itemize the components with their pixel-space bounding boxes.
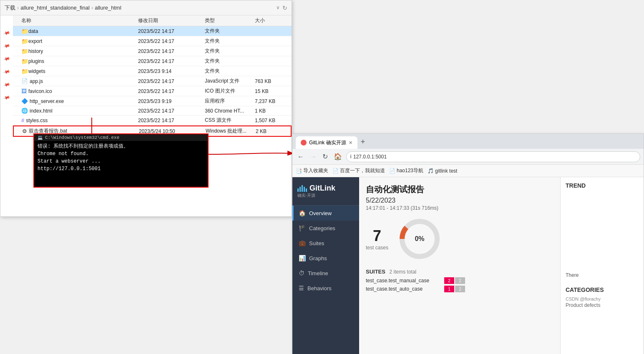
nav-overview-label: Overview <box>309 210 332 216</box>
nav-timeline-label: Timeline <box>308 270 328 276</box>
nav-categories[interactable]: 🏴 Categories <box>292 221 359 236</box>
breadcrumb-expand[interactable]: ∨ <box>276 5 280 11</box>
file-name: app.js <box>30 78 43 84</box>
bookmark-icon-3: 📄 <box>389 168 395 174</box>
bat-icon: ⚙ <box>22 128 27 134</box>
folder-icon: 📁 <box>21 58 28 65</box>
bookmark-import[interactable]: 📑 导入收藏夹 <box>296 167 328 174</box>
col-size[interactable]: 大小 <box>255 17 288 24</box>
tab-title: GitLink 确实开源 <box>309 139 346 146</box>
file-date: 2023/5/23 9:19 <box>138 98 205 104</box>
table-row[interactable]: 📄 app.js 2023/5/22 14:17 JavaScript 文件 7… <box>13 76 292 86</box>
test-count: 7 test cases <box>366 227 388 251</box>
suites-section: SUITES 2 items total test_case.test_manu… <box>366 269 553 292</box>
table-row[interactable]: 📁 widgets 2023/5/23 9:14 文件夹 <box>13 66 292 76</box>
table-row[interactable]: 🔷 http_server.exe 2023/5/23 9:19 应用程序 7,… <box>13 96 292 106</box>
allure-sidebar: GitLink 确实·开源 🏠 Overview 🏴 Categories 💼 … <box>292 177 359 354</box>
file-type: 应用程序 <box>205 98 255 105</box>
file-date: 2023/5/22 14:17 <box>138 58 205 64</box>
suite-bar-red-2: 1 <box>444 286 454 292</box>
cmd-line-1: 错误: 系统找不到指定的注册表项或值。 <box>38 143 204 150</box>
tab-close-button[interactable]: ✕ <box>349 140 352 146</box>
file-date: 2023/5/23 9:14 <box>138 68 205 74</box>
bookmark-icon: 📑 <box>296 168 302 174</box>
col-type[interactable]: 类型 <box>205 17 255 24</box>
table-row[interactable]: 📁 data 2023/5/22 14:17 文件夹 <box>13 26 292 36</box>
breadcrumb-item[interactable]: 下载 <box>5 4 15 12</box>
file-type: 360 Chrome HT... <box>205 108 255 114</box>
new-tab-button[interactable]: + <box>357 136 369 148</box>
breadcrumb-refresh[interactable]: ↻ <box>282 5 287 11</box>
folder-icon: 📁 <box>21 48 28 55</box>
bookmark-icon-2: 📄 <box>332 168 339 174</box>
file-list: 📁 data 2023/5/22 14:17 文件夹 📁 export 2023… <box>13 26 292 137</box>
bookmark-icon-4: 🎵 <box>428 168 434 174</box>
bookmark-hao123[interactable]: 📄 hao123导航 <box>389 167 423 174</box>
file-type: CSS 源文件 <box>205 117 255 124</box>
forward-button[interactable]: → <box>308 151 318 162</box>
allure-content: GitLink 确实·开源 🏠 Overview 🏴 Categories 💼 … <box>292 177 644 354</box>
suite-bar-gray-1: 2 <box>455 277 465 284</box>
nav-suites[interactable]: 💼 Suites <box>292 236 359 251</box>
file-name: export <box>28 38 42 44</box>
test-count-number: 7 <box>366 227 388 245</box>
allure-main: 自动化测试报告 5/22/2023 14:17:01 - 14:17:33 (3… <box>359 177 560 354</box>
test-count-label: test cases <box>366 245 388 251</box>
html-icon: 🌐 <box>21 108 28 114</box>
table-row[interactable]: 📁 export 2023/5/22 14:17 文件夹 <box>13 36 292 46</box>
product-defects-text: Product defects <box>566 302 600 308</box>
file-date: 2023/5/22 14:17 <box>138 118 205 123</box>
nav-behaviors[interactable]: ☰ Behaviors <box>292 281 359 296</box>
file-name: favicon.ico <box>28 88 52 94</box>
address-display[interactable]: 127.0.0.1:5001 <box>353 154 387 160</box>
file-name: styles.css <box>26 118 48 123</box>
file-date: 2023/5/22 14:17 <box>138 48 205 54</box>
reload-button[interactable]: ↻ <box>321 151 330 162</box>
back-button[interactable]: ← <box>296 151 306 162</box>
suite-row-2[interactable]: test_case.test_auto_case 1 2 <box>366 286 553 292</box>
breadcrumb: 下载 › allure_html_standalone_final › allu… <box>0 0 292 15</box>
file-name: history <box>28 48 43 54</box>
breadcrumb-item-2[interactable]: allure_html_standalone_final <box>20 5 90 11</box>
table-row[interactable]: 📁 history 2023/5/22 14:17 文件夹 <box>13 46 292 56</box>
behaviors-icon: ☰ <box>299 285 304 291</box>
file-type: Windows 批处理... <box>206 128 256 135</box>
logo-text: GitLink <box>309 184 335 193</box>
nav-graphs[interactable]: 📊 Graphs <box>292 251 359 266</box>
browser-navbar: ← → ↻ 🏠 ℹ 127.0.0.1:5001 <box>292 149 644 165</box>
suite-row-1[interactable]: test_case.test_manual_case 2 2 <box>366 277 553 284</box>
suites-title: SUITES 2 items total <box>366 269 553 275</box>
table-row[interactable]: 🖼 favicon.ico 2023/5/22 14:17 ICO 图片文件 1… <box>13 86 292 96</box>
browser-tabbar: GitLink 确实开源 ✕ + <box>292 134 644 149</box>
table-row[interactable]: # styles.css 2023/5/22 14:17 CSS 源文件 1,5… <box>13 115 292 126</box>
breadcrumb-item-3[interactable]: allure_html <box>95 5 121 11</box>
bookmark-gitlink[interactable]: 🎵 gitlink test <box>428 168 457 174</box>
file-date: 2023/5/22 14:17 <box>138 78 205 84</box>
col-name[interactable]: 名称 <box>21 17 138 24</box>
categories-section: CATEGORIES CSDN @florachy Product defect… <box>566 286 639 308</box>
there-text: There <box>566 272 639 278</box>
browser-tab-active[interactable]: GitLink 确实开源 ✕ <box>296 136 357 149</box>
file-name: http_server.exe <box>30 98 64 104</box>
cmd-title: C:\Windows\system32\cmd.exe <box>45 135 119 140</box>
table-row[interactable]: 📁 plugins 2023/5/22 14:17 文件夹 <box>13 56 292 66</box>
home-button[interactable]: 🏠 <box>332 151 344 162</box>
col-date[interactable]: 修改日期 <box>138 17 205 24</box>
table-row[interactable]: 🌐 index.html 2023/5/22 14:17 360 Chrome … <box>13 106 292 115</box>
file-type: 文件夹 <box>205 48 255 55</box>
report-summary: 7 test cases 0% <box>366 216 553 262</box>
exe-icon: 🔷 <box>21 98 28 104</box>
cmd-icon: 💻 <box>38 135 43 140</box>
file-size: 2 KB <box>256 128 289 134</box>
bookmark-baidu[interactable]: 📄 百度一下，我就知道 <box>332 167 385 174</box>
cmd-titlebar: 💻 C:\Windows\system32\cmd.exe <box>34 134 208 141</box>
file-type: 文件夹 <box>205 58 255 65</box>
nav-overview[interactable]: 🏠 Overview <box>292 206 359 221</box>
cmd-line-2: Chrome not found. <box>38 150 204 158</box>
nav-timeline[interactable]: ⏱ Timeline <box>292 266 359 281</box>
nav-categories-label: Categories <box>309 225 335 231</box>
ico-icon: 🖼 <box>21 88 27 94</box>
js-icon: 📄 <box>21 78 28 84</box>
file-date: 2023/5/22 14:17 <box>138 38 205 44</box>
cmd-window: 💻 C:\Windows\system32\cmd.exe 错误: 系统找不到指… <box>33 133 209 188</box>
